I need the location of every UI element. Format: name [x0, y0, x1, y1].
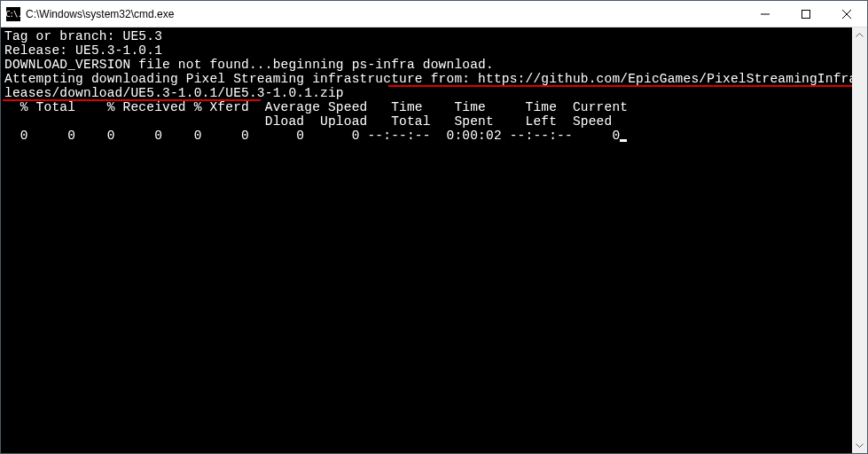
minimize-icon: [761, 10, 770, 19]
chevron-down-icon: [856, 443, 864, 448]
output-line: leases/download/UE5.3-1.0.1/UE5.3-1.0.1.…: [4, 86, 344, 100]
output-line: Release: UE5.3-1.0.1: [4, 43, 162, 58]
minimize-button[interactable]: [745, 1, 786, 27]
output-line: % Total % Received % Xferd Average Speed…: [4, 100, 628, 114]
output-line: DOWNLOAD_VERSION file not found...beginn…: [4, 58, 494, 72]
terminal-area: Tag or branch: UE5.3 Release: UE5.3-1.0.…: [1, 27, 867, 453]
svg-rect-1: [802, 10, 810, 18]
url-underline-1: [388, 85, 852, 87]
cursor: [620, 139, 627, 142]
output-line: Attempting downloading Pixel Streaming i…: [4, 72, 852, 86]
scroll-down-button[interactable]: [852, 438, 867, 453]
window-controls: [745, 1, 867, 27]
output-line: Tag or branch: UE5.3: [4, 29, 162, 43]
cmd-window: C:\. C:\Windows\system32\cmd.exe Tag or …: [0, 0, 868, 454]
scroll-up-button[interactable]: [852, 27, 867, 43]
output-line: Dload Upload Total Spent Left Speed: [4, 114, 612, 129]
close-icon: [842, 10, 851, 19]
url-underline-2: [3, 99, 261, 101]
terminal-content[interactable]: Tag or branch: UE5.3 Release: UE5.3-1.0.…: [1, 27, 852, 453]
maximize-icon: [802, 10, 810, 19]
vertical-scrollbar[interactable]: [852, 27, 867, 453]
scrollbar-track[interactable]: [852, 43, 867, 438]
maximize-button[interactable]: [786, 1, 826, 27]
window-title: C:\Windows\system32\cmd.exe: [26, 8, 745, 20]
titlebar[interactable]: C:\. C:\Windows\system32\cmd.exe: [1, 1, 867, 27]
cmd-icon: C:\.: [6, 7, 20, 21]
chevron-up-icon: [856, 33, 864, 37]
close-button[interactable]: [826, 1, 867, 27]
output-line: 0 0 0 0 0 0 0 0 --:--:-- 0:00:02 --:--:-…: [4, 129, 620, 143]
